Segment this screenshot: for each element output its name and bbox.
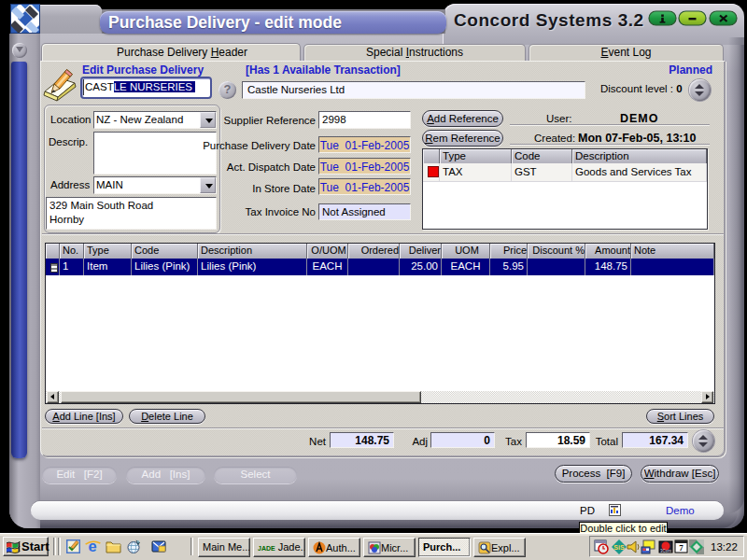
svg-text:3Com: 3Com xyxy=(660,549,671,553)
svg-text:SiS: SiS xyxy=(613,544,625,551)
svg-text:7: 7 xyxy=(679,543,684,553)
